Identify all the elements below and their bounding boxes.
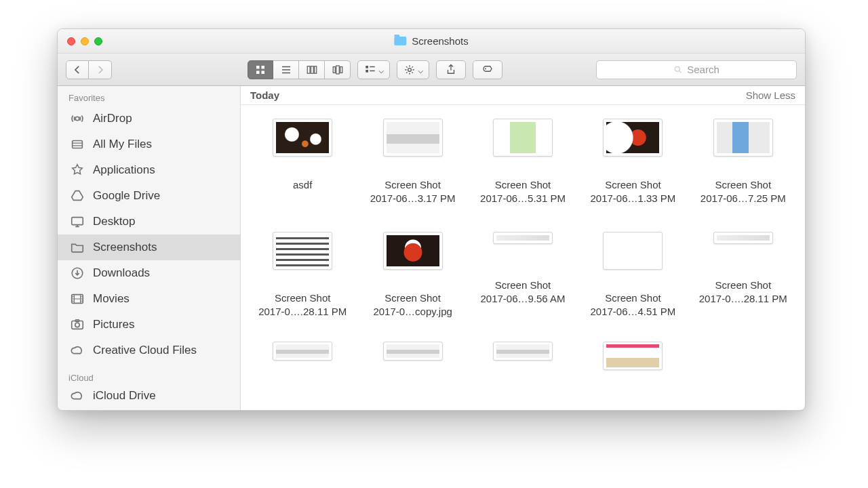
share-icon (445, 64, 457, 76)
file-thumbnail (273, 232, 332, 270)
sidebar-item-label: Pictures (93, 318, 134, 331)
svg-point-15 (75, 117, 79, 121)
file-item[interactable]: asdf (248, 117, 357, 206)
icon-view-button[interactable] (248, 60, 273, 79)
file-thumbnail (493, 232, 553, 244)
list-icon (280, 64, 292, 76)
window-controls (67, 37, 102, 45)
sidebar-item-label: Movies (93, 292, 130, 306)
file-item[interactable]: Screen Shot2017-0…copy.jpg (357, 230, 467, 319)
file-name: Screen Shot (495, 279, 551, 291)
svg-rect-10 (366, 66, 368, 68)
file-name-2: 2017-06…9.56 AM (480, 293, 565, 304)
sidebar-item-label: iCloud Drive (93, 389, 156, 403)
sidebar-item-all-my-files[interactable]: All My Files (58, 131, 240, 157)
file-thumbnail (493, 342, 553, 361)
svg-rect-16 (73, 141, 83, 148)
file-item[interactable] (248, 340, 357, 370)
tags-group (473, 60, 502, 79)
back-button[interactable] (66, 60, 89, 79)
nav-buttons (66, 60, 112, 79)
file-item[interactable] (688, 340, 798, 370)
arrange-button[interactable]: ⌵ (357, 60, 390, 79)
file-name-2: 2017-0….28.11 PM (699, 293, 787, 304)
sidebar-item-label: Applications (93, 163, 155, 177)
icon-grid[interactable]: asdf Screen Shot2017-06…3.17 PM Screen S… (241, 105, 805, 410)
search-field[interactable]: Search (596, 60, 797, 79)
svg-rect-1 (262, 66, 265, 69)
file-item[interactable]: Screen Shot2017-06…4.51 PM (578, 230, 688, 319)
share-button[interactable] (436, 60, 466, 79)
airdrop-icon (70, 111, 85, 126)
svg-rect-20 (72, 321, 83, 329)
file-item[interactable]: Screen Shot2017-0….28.11 PM (248, 230, 357, 319)
svg-point-21 (75, 323, 79, 327)
file-item[interactable]: Screen Shot2017-06…3.17 PM (357, 117, 467, 206)
svg-point-13 (485, 68, 486, 69)
forward-button[interactable] (89, 60, 112, 79)
svg-rect-5 (311, 66, 313, 73)
sidebar-section-favorites: Favorites (58, 90, 240, 106)
file-name-2: 2017-06…4.51 PM (590, 306, 675, 317)
action-button[interactable]: ⌵ (397, 60, 429, 79)
finder-window: Screenshots (57, 28, 806, 411)
file-item[interactable]: Screen Shot2017-0….28.11 PM (688, 230, 798, 319)
sidebar-item-label: Creative Cloud Files (93, 344, 197, 357)
file-name-2: 2017-06…3.17 PM (370, 192, 456, 204)
file-thumbnail (603, 342, 663, 370)
file-item[interactable]: Screen Shot2017-06…1.33 PM (578, 117, 688, 206)
svg-rect-17 (72, 218, 83, 225)
titlebar: Screenshots (58, 29, 805, 54)
columns-icon (306, 64, 318, 76)
sidebar-item-pictures[interactable]: Pictures (58, 312, 240, 338)
svg-rect-7 (333, 66, 335, 73)
file-thumbnail (383, 119, 443, 157)
file-item[interactable] (357, 340, 467, 370)
coverflow-icon (332, 64, 344, 76)
movies-icon (70, 291, 85, 306)
file-item[interactable] (468, 340, 578, 370)
coverflow-view-button[interactable] (325, 60, 351, 79)
sidebar-item-icloud-drive[interactable]: iCloud Drive (58, 386, 240, 406)
minimize-button[interactable] (81, 37, 89, 45)
file-name-2: 2017-06…5.31 PM (480, 192, 566, 204)
creative-cloud-icon (70, 343, 85, 358)
tag-icon (481, 64, 494, 76)
file-thumbnail (493, 119, 553, 157)
sidebar-item-screenshots[interactable]: Screenshots (58, 235, 240, 260)
google-drive-icon (70, 188, 85, 203)
sidebar-item-applications[interactable]: Applications (58, 157, 240, 183)
file-item[interactable]: Screen Shot2017-06…7.25 PM (688, 117, 798, 206)
file-item[interactable]: Screen Shot2017-06…9.56 AM (468, 230, 578, 319)
file-name: Screen Shot (275, 292, 331, 304)
sidebar-item-airdrop[interactable]: AirDrop (58, 106, 240, 131)
toolbar: ⌵ ⌵ Search (58, 54, 805, 86)
column-view-button[interactable] (299, 60, 325, 79)
section-header: Today Show Less (241, 86, 805, 105)
file-thumbnail (273, 119, 332, 157)
svg-rect-3 (262, 70, 265, 74)
action-group: ⌵ (397, 60, 429, 79)
sidebar-item-label: Downloads (93, 266, 150, 280)
svg-point-14 (675, 66, 680, 71)
file-item[interactable]: Screen Shot2017-06…5.31 PM (468, 117, 578, 206)
sidebar-item-google-drive[interactable]: Google Drive (58, 183, 240, 209)
folder-icon (394, 37, 406, 45)
file-thumbnail (713, 119, 773, 157)
sidebar-section-icloud: iCloud (58, 370, 240, 386)
list-view-button[interactable] (273, 60, 299, 79)
sidebar-item-creative-cloud[interactable]: Creative Cloud Files (58, 338, 240, 363)
sidebar-item-movies[interactable]: Movies (58, 286, 240, 312)
sidebar-item-downloads[interactable]: Downloads (58, 260, 240, 286)
tags-button[interactable] (473, 60, 502, 79)
file-item[interactable] (578, 340, 688, 370)
show-less-button[interactable]: Show Less (746, 89, 795, 101)
folder-icon (70, 240, 85, 255)
close-button[interactable] (67, 37, 75, 45)
chevron-right-icon (94, 64, 106, 76)
arrange-icon (364, 64, 376, 76)
sidebar-item-label: Screenshots (93, 241, 157, 254)
sidebar-item-desktop[interactable]: Desktop (58, 209, 240, 235)
zoom-button[interactable] (94, 37, 102, 45)
view-switcher (248, 60, 351, 79)
